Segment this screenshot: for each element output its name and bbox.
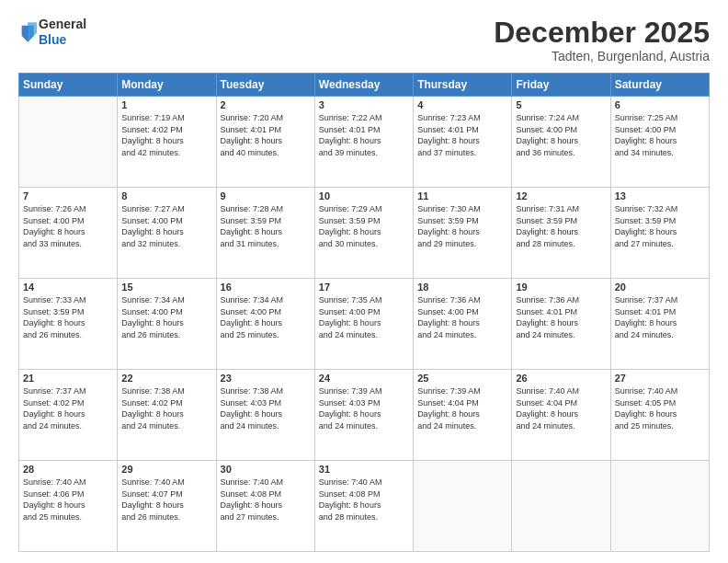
day-info: Sunrise: 7:37 AM Sunset: 4:01 PM Dayligh… bbox=[615, 294, 705, 340]
calendar-header: SundayMondayTuesdayWednesdayThursdayFrid… bbox=[19, 74, 710, 97]
day-cell: 28Sunrise: 7:40 AM Sunset: 4:06 PM Dayli… bbox=[19, 461, 118, 552]
day-cell: 24Sunrise: 7:39 AM Sunset: 4:03 PM Dayli… bbox=[314, 370, 413, 461]
weekday-header-monday: Monday bbox=[118, 74, 216, 97]
day-info: Sunrise: 7:22 AM Sunset: 4:01 PM Dayligh… bbox=[319, 112, 409, 158]
day-info: Sunrise: 7:38 AM Sunset: 4:02 PM Dayligh… bbox=[121, 385, 211, 431]
day-cell: 16Sunrise: 7:34 AM Sunset: 4:00 PM Dayli… bbox=[216, 279, 314, 370]
weekday-header-tuesday: Tuesday bbox=[216, 74, 314, 97]
day-number: 6 bbox=[615, 99, 705, 110]
day-cell: 3Sunrise: 7:22 AM Sunset: 4:01 PM Daylig… bbox=[314, 97, 413, 188]
day-number: 24 bbox=[319, 373, 409, 384]
day-info: Sunrise: 7:33 AM Sunset: 3:59 PM Dayligh… bbox=[23, 294, 113, 340]
day-number: 8 bbox=[121, 190, 211, 201]
day-number: 23 bbox=[221, 373, 311, 384]
day-number: 16 bbox=[221, 282, 311, 293]
day-number: 19 bbox=[516, 282, 606, 293]
day-number: 4 bbox=[417, 99, 507, 110]
day-info: Sunrise: 7:36 AM Sunset: 4:01 PM Dayligh… bbox=[516, 294, 606, 340]
day-number: 29 bbox=[121, 464, 211, 475]
day-cell: 14Sunrise: 7:33 AM Sunset: 3:59 PM Dayli… bbox=[19, 279, 118, 370]
subtitle: Tadten, Burgenland, Austria bbox=[494, 49, 710, 63]
header: General Blue December 2025 Tadten, Burge… bbox=[18, 17, 710, 63]
day-cell: 8Sunrise: 7:27 AM Sunset: 4:00 PM Daylig… bbox=[118, 188, 216, 279]
day-cell: 11Sunrise: 7:30 AM Sunset: 3:59 PM Dayli… bbox=[414, 188, 512, 279]
day-number: 3 bbox=[319, 99, 409, 110]
day-cell: 7Sunrise: 7:26 AM Sunset: 4:00 PM Daylig… bbox=[19, 188, 118, 279]
day-info: Sunrise: 7:23 AM Sunset: 4:01 PM Dayligh… bbox=[417, 112, 507, 158]
day-info: Sunrise: 7:30 AM Sunset: 3:59 PM Dayligh… bbox=[417, 203, 507, 249]
day-info: Sunrise: 7:35 AM Sunset: 4:00 PM Dayligh… bbox=[319, 294, 409, 340]
day-number: 9 bbox=[221, 190, 311, 201]
day-cell: 6Sunrise: 7:25 AM Sunset: 4:00 PM Daylig… bbox=[610, 97, 709, 188]
day-cell: 4Sunrise: 7:23 AM Sunset: 4:01 PM Daylig… bbox=[414, 97, 512, 188]
day-cell: 5Sunrise: 7:24 AM Sunset: 4:00 PM Daylig… bbox=[512, 97, 610, 188]
day-cell: 22Sunrise: 7:38 AM Sunset: 4:02 PM Dayli… bbox=[118, 370, 216, 461]
day-info: Sunrise: 7:38 AM Sunset: 4:03 PM Dayligh… bbox=[221, 385, 311, 431]
day-number: 25 bbox=[417, 373, 507, 384]
day-number: 27 bbox=[615, 373, 705, 384]
day-number: 22 bbox=[121, 373, 211, 384]
day-cell: 25Sunrise: 7:39 AM Sunset: 4:04 PM Dayli… bbox=[414, 370, 512, 461]
weekday-header-thursday: Thursday bbox=[414, 74, 512, 97]
day-cell: 21Sunrise: 7:37 AM Sunset: 4:02 PM Dayli… bbox=[19, 370, 118, 461]
day-info: Sunrise: 7:34 AM Sunset: 4:00 PM Dayligh… bbox=[121, 294, 211, 340]
day-number: 31 bbox=[319, 464, 409, 475]
day-number: 7 bbox=[23, 190, 113, 201]
day-info: Sunrise: 7:40 AM Sunset: 4:07 PM Dayligh… bbox=[121, 477, 211, 523]
logo-blue-text: Blue bbox=[39, 32, 66, 47]
weekday-header-wednesday: Wednesday bbox=[314, 74, 413, 97]
day-cell: 15Sunrise: 7:34 AM Sunset: 4:00 PM Dayli… bbox=[118, 279, 216, 370]
day-cell: 18Sunrise: 7:36 AM Sunset: 4:00 PM Dayli… bbox=[414, 279, 512, 370]
day-cell bbox=[19, 97, 118, 188]
calendar-body: 1Sunrise: 7:19 AM Sunset: 4:02 PM Daylig… bbox=[19, 97, 710, 552]
day-info: Sunrise: 7:40 AM Sunset: 4:05 PM Dayligh… bbox=[615, 385, 705, 431]
day-cell: 19Sunrise: 7:36 AM Sunset: 4:01 PM Dayli… bbox=[512, 279, 610, 370]
day-cell bbox=[414, 461, 512, 552]
day-info: Sunrise: 7:19 AM Sunset: 4:02 PM Dayligh… bbox=[121, 112, 211, 158]
day-info: Sunrise: 7:40 AM Sunset: 4:08 PM Dayligh… bbox=[319, 477, 409, 523]
day-number: 13 bbox=[615, 190, 705, 201]
day-cell bbox=[610, 461, 709, 552]
weekday-header-saturday: Saturday bbox=[610, 74, 709, 97]
day-number: 10 bbox=[319, 190, 409, 201]
day-number: 21 bbox=[23, 373, 113, 384]
day-info: Sunrise: 7:20 AM Sunset: 4:01 PM Dayligh… bbox=[221, 112, 311, 158]
day-number: 11 bbox=[417, 190, 507, 201]
day-info: Sunrise: 7:24 AM Sunset: 4:00 PM Dayligh… bbox=[516, 112, 606, 158]
day-info: Sunrise: 7:26 AM Sunset: 4:00 PM Dayligh… bbox=[23, 203, 113, 249]
day-number: 20 bbox=[615, 282, 705, 293]
weekday-header-friday: Friday bbox=[512, 74, 610, 97]
day-info: Sunrise: 7:37 AM Sunset: 4:02 PM Dayligh… bbox=[23, 385, 113, 431]
general-blue-icon bbox=[20, 22, 37, 42]
day-cell: 29Sunrise: 7:40 AM Sunset: 4:07 PM Dayli… bbox=[118, 461, 216, 552]
day-cell bbox=[512, 461, 610, 552]
day-cell: 26Sunrise: 7:40 AM Sunset: 4:04 PM Dayli… bbox=[512, 370, 610, 461]
day-info: Sunrise: 7:40 AM Sunset: 4:08 PM Dayligh… bbox=[221, 477, 311, 523]
weekday-header-sunday: Sunday bbox=[19, 74, 118, 97]
svg-marker-1 bbox=[28, 22, 37, 41]
day-cell: 23Sunrise: 7:38 AM Sunset: 4:03 PM Dayli… bbox=[216, 370, 314, 461]
week-row-0: 1Sunrise: 7:19 AM Sunset: 4:02 PM Daylig… bbox=[19, 97, 710, 188]
day-cell: 12Sunrise: 7:31 AM Sunset: 3:59 PM Dayli… bbox=[512, 188, 610, 279]
day-cell: 20Sunrise: 7:37 AM Sunset: 4:01 PM Dayli… bbox=[610, 279, 709, 370]
month-title: December 2025 bbox=[494, 17, 710, 49]
day-info: Sunrise: 7:39 AM Sunset: 4:04 PM Dayligh… bbox=[417, 385, 507, 431]
day-number: 5 bbox=[516, 99, 606, 110]
day-info: Sunrise: 7:39 AM Sunset: 4:03 PM Dayligh… bbox=[319, 385, 409, 431]
day-cell: 13Sunrise: 7:32 AM Sunset: 3:59 PM Dayli… bbox=[610, 188, 709, 279]
day-cell: 17Sunrise: 7:35 AM Sunset: 4:00 PM Dayli… bbox=[314, 279, 413, 370]
day-cell: 27Sunrise: 7:40 AM Sunset: 4:05 PM Dayli… bbox=[610, 370, 709, 461]
week-row-2: 14Sunrise: 7:33 AM Sunset: 3:59 PM Dayli… bbox=[19, 279, 710, 370]
calendar-table: SundayMondayTuesdayWednesdayThursdayFrid… bbox=[18, 73, 710, 552]
day-cell: 9Sunrise: 7:28 AM Sunset: 3:59 PM Daylig… bbox=[216, 188, 314, 279]
page: General Blue December 2025 Tadten, Burge… bbox=[0, 0, 728, 563]
day-number: 1 bbox=[121, 99, 211, 110]
week-row-3: 21Sunrise: 7:37 AM Sunset: 4:02 PM Dayli… bbox=[19, 370, 710, 461]
day-info: Sunrise: 7:25 AM Sunset: 4:00 PM Dayligh… bbox=[615, 112, 705, 158]
title-block: December 2025 Tadten, Burgenland, Austri… bbox=[494, 17, 710, 63]
day-info: Sunrise: 7:36 AM Sunset: 4:00 PM Dayligh… bbox=[417, 294, 507, 340]
day-number: 15 bbox=[121, 282, 211, 293]
day-number: 17 bbox=[319, 282, 409, 293]
day-info: Sunrise: 7:28 AM Sunset: 3:59 PM Dayligh… bbox=[221, 203, 311, 249]
day-cell: 1Sunrise: 7:19 AM Sunset: 4:02 PM Daylig… bbox=[118, 97, 216, 188]
